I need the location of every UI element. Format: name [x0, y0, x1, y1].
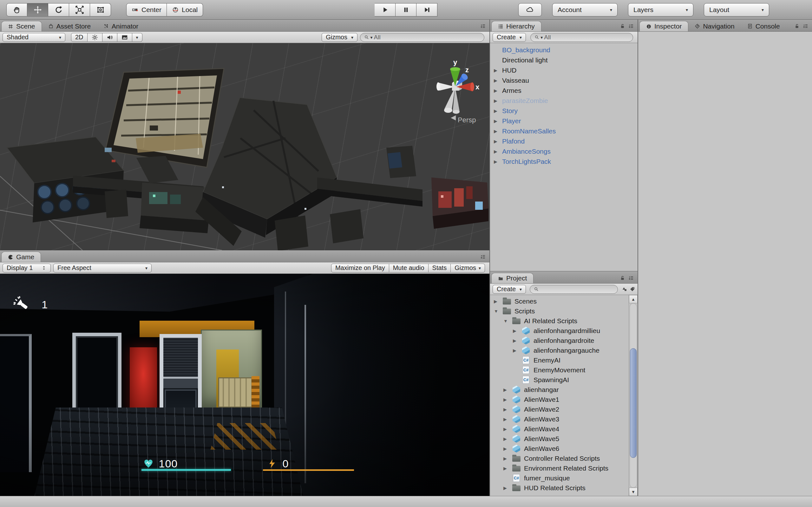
expand-arrow-icon[interactable]: [494, 108, 502, 113]
tab-game[interactable]: Game: [1, 251, 41, 262]
project-search-input[interactable]: [540, 286, 614, 293]
pivot-toggle-button[interactable]: Center: [126, 3, 167, 16]
search-filter-caret[interactable]: ▾: [541, 35, 543, 40]
expand-arrow-icon[interactable]: [503, 417, 512, 422]
pause-button[interactable]: [396, 3, 416, 16]
project-item[interactable]: alienfonhangardroite: [490, 336, 629, 345]
hierarchy-item[interactable]: Directional light: [490, 55, 638, 65]
tab-inspector[interactable]: Inspector: [640, 21, 688, 32]
panel-menu-icon[interactable]: [480, 23, 486, 29]
maximize-on-play-button[interactable]: Maximize on Play: [331, 264, 389, 273]
hierarchy-item[interactable]: parasiteZombie: [490, 96, 638, 106]
rotate-tool-button[interactable]: [48, 3, 69, 16]
hierarchy-item[interactable]: RoomNameSalles: [490, 126, 638, 136]
hierarchy-item[interactable]: AmbianceSongs: [490, 147, 638, 157]
tab-asset-store[interactable]: Asset Store: [42, 21, 97, 32]
display-dropdown[interactable]: Display 1: [3, 264, 51, 273]
project-item[interactable]: Environment Related Scripts: [490, 463, 629, 473]
panel-menu-icon[interactable]: [628, 275, 634, 281]
hierarchy-item[interactable]: TorchLightsPack: [490, 157, 638, 167]
scene-orientation-gizmo[interactable]: y z x Persp: [430, 56, 481, 129]
expand-arrow-icon[interactable]: [494, 139, 502, 144]
project-item[interactable]: AI Related Scripts: [490, 316, 629, 326]
move-tool-button[interactable]: [27, 3, 48, 16]
hierarchy-item[interactable]: Plafond: [490, 136, 638, 147]
step-button[interactable]: [416, 3, 438, 16]
layout-dropdown[interactable]: Layout▾: [704, 3, 769, 16]
expand-arrow-icon[interactable]: [494, 159, 502, 164]
panel-menu-icon[interactable]: [480, 254, 486, 260]
search-filter-caret[interactable]: ▾: [370, 35, 373, 40]
expand-arrow-icon[interactable]: [513, 338, 521, 343]
game-gizmos-dropdown[interactable]: Gizmos▾: [451, 264, 485, 273]
2d-toggle-button[interactable]: 2D: [71, 33, 88, 42]
expand-arrow-icon[interactable]: [503, 319, 512, 324]
draw-mode-dropdown[interactable]: Shaded▾: [3, 33, 65, 42]
expand-arrow-icon[interactable]: [494, 118, 502, 124]
project-item[interactable]: alienhangar: [490, 385, 629, 395]
expand-arrow-icon[interactable]: [494, 129, 502, 134]
rotation-toggle-button[interactable]: Local: [167, 3, 203, 16]
expand-arrow-icon[interactable]: [503, 436, 512, 441]
scene-viewport[interactable]: y z x Persp: [0, 43, 490, 250]
project-item[interactable]: AlienWave1: [490, 395, 629, 404]
play-button[interactable]: [374, 3, 396, 16]
stats-button[interactable]: Stats: [428, 264, 451, 273]
project-item[interactable]: AlienWave5: [490, 434, 629, 444]
lock-icon[interactable]: [620, 275, 625, 281]
project-item[interactable]: AlienWave2: [490, 404, 629, 414]
label-filter-button[interactable]: [629, 286, 635, 292]
expand-arrow-icon[interactable]: [494, 299, 502, 304]
hierarchy-item[interactable]: Story: [490, 106, 638, 116]
scene-search-input[interactable]: [374, 34, 480, 41]
project-item[interactable]: alienfonhangardmillieu: [490, 326, 629, 336]
hand-tool-button[interactable]: [6, 3, 27, 16]
project-item[interactable]: AlienWave6: [490, 444, 629, 453]
expand-arrow-icon[interactable]: [494, 88, 502, 93]
project-item[interactable]: EnemyAI: [490, 355, 629, 365]
expand-arrow-icon[interactable]: [503, 456, 512, 461]
hierarchy-item[interactable]: BO_background: [490, 45, 638, 55]
lighting-toggle-button[interactable]: [88, 33, 102, 42]
lock-icon[interactable]: [620, 23, 625, 29]
scroll-down-arrow[interactable]: ▼: [629, 488, 638, 496]
project-item[interactable]: HUD Related Scripts: [490, 483, 629, 493]
scale-tool-button[interactable]: [69, 3, 90, 16]
expand-arrow-icon[interactable]: [503, 466, 512, 471]
audio-toggle-button[interactable]: [102, 33, 117, 42]
expand-arrow-icon[interactable]: [503, 446, 512, 451]
project-item[interactable]: AlienWave3: [490, 414, 629, 424]
project-item[interactable]: SpawningAI: [490, 375, 629, 385]
expand-arrow-icon[interactable]: [494, 68, 502, 73]
project-item[interactable]: fumer_musique: [490, 473, 629, 483]
aspect-dropdown[interactable]: Free Aspect▾: [53, 264, 152, 273]
tab-scene[interactable]: Scene: [1, 21, 42, 32]
scene-gizmos-dropdown[interactable]: Gizmos▾: [322, 33, 357, 42]
hierarchy-item[interactable]: Armes: [490, 86, 638, 96]
lock-icon[interactable]: [794, 23, 800, 29]
hierarchy-search-input[interactable]: [544, 34, 629, 41]
tab-animator[interactable]: Animator: [97, 21, 145, 32]
project-create-dropdown[interactable]: Create▾: [493, 285, 526, 294]
hierarchy-create-dropdown[interactable]: Create▾: [493, 33, 526, 42]
panel-menu-icon[interactable]: [628, 23, 634, 29]
expand-arrow-icon[interactable]: [503, 407, 512, 412]
project-item[interactable]: Scripts: [490, 306, 629, 316]
hierarchy-item[interactable]: Player: [490, 116, 638, 126]
tab-console[interactable]: Console: [741, 21, 786, 32]
project-item[interactable]: Controller Related Scripts: [490, 453, 629, 463]
expand-arrow-icon[interactable]: [503, 397, 512, 402]
effects-dropdown-button[interactable]: ▾: [132, 33, 142, 42]
hierarchy-item[interactable]: Vaisseau: [490, 75, 638, 86]
layers-dropdown[interactable]: Layers▾: [628, 3, 693, 16]
project-scrollbar[interactable]: ▲ ▼: [629, 295, 638, 496]
scroll-up-arrow[interactable]: ▲: [629, 295, 638, 303]
expand-arrow-icon[interactable]: [494, 308, 502, 314]
scroll-thumb[interactable]: [630, 348, 637, 458]
rect-tool-button[interactable]: [90, 3, 111, 16]
expand-arrow-icon[interactable]: [494, 78, 502, 83]
game-viewport[interactable]: 1 100 0: [0, 274, 490, 497]
expand-arrow-icon[interactable]: [513, 328, 521, 333]
expand-arrow-icon[interactable]: [503, 486, 512, 491]
project-item[interactable]: Scenes: [490, 296, 629, 306]
